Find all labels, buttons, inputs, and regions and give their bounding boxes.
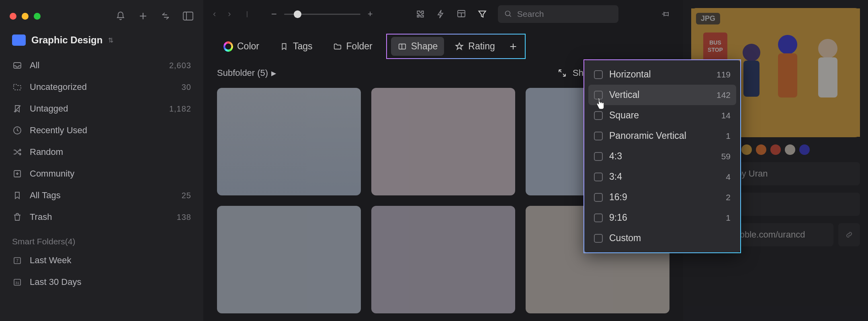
checkbox[interactable] [594,213,603,222]
nav-recent[interactable]: Recently Used [0,120,203,141]
filter-rating[interactable]: Rating [448,37,501,56]
shape-option-9-16[interactable]: 9:16 1 [588,207,736,228]
minimize-button[interactable] [22,13,29,20]
close-button[interactable] [10,13,16,20]
shape-option-panoramic-vertical[interactable]: Panoramic Vertical 1 [588,126,736,146]
thumbnail-item[interactable] [371,88,515,195]
nav-item-count: 1,182 [169,104,191,114]
thumbnail-item[interactable] [217,206,361,313]
nav-untagged[interactable]: Untagged 1,182 [0,98,203,120]
shape-option-label: Square [609,110,639,121]
checkbox[interactable] [594,111,603,120]
filter-tags[interactable]: Tags [273,37,319,56]
nav-item-label: All [30,60,39,71]
sync-icon[interactable] [160,10,171,22]
checkbox[interactable] [594,234,603,243]
sidebar-toggle-icon[interactable] [182,10,194,22]
inbox-icon [12,60,23,71]
format-badge: JPG [696,13,720,24]
add-icon[interactable] [137,10,149,22]
add-filter-icon[interactable] [506,42,521,51]
swatch[interactable] [756,144,766,155]
current-folder-header[interactable]: Graphic Design ⇅ [0,27,203,55]
filter-color[interactable]: Color [217,37,266,56]
chevron-up-down-icon: ⇅ [108,37,113,44]
zoom-slider[interactable]: − + [271,8,373,20]
svg-text:BUS: BUS [709,39,721,46]
nav-trash[interactable]: Trash 138 [0,206,203,228]
extension-icon[interactable] [415,9,426,19]
nav-item-count: 138 [177,213,191,222]
shape-option-16-9[interactable]: 16:9 2 [588,187,736,207]
checkbox[interactable] [594,152,603,161]
nav-item-label: Recently Used [30,125,87,136]
nav-community[interactable]: Community [0,163,203,185]
shape-option-count: 1 [726,213,731,223]
cursor-pointer-icon [595,98,605,110]
swatch[interactable] [799,144,810,155]
checkbox[interactable] [594,70,603,79]
nav-item-count: 2,603 [169,61,191,70]
thumbnail-item[interactable] [371,206,515,313]
swatch[interactable] [741,144,752,155]
search-input[interactable] [517,9,612,19]
layout-icon[interactable] [456,9,467,19]
zoom-out-icon[interactable]: − [271,8,277,20]
shape-option-label: Custom [609,233,641,244]
open-link-button[interactable] [838,223,860,246]
shape-option-count: 2 [726,193,731,202]
star-icon [454,42,464,51]
bookmark-icon [279,42,289,51]
checkbox[interactable] [594,193,603,202]
shape-option-vertical[interactable]: Vertical 142 [588,85,736,105]
subfolder-link[interactable]: Subfolder (5) ▶ [217,68,276,78]
checkbox[interactable] [594,173,603,181]
nav-all-tags[interactable]: All Tags 25 [0,185,203,206]
trash-icon [12,212,23,222]
shape-option-label: 9:16 [609,212,627,223]
chevron-right-icon: ▶ [271,69,276,77]
shape-option-horizontal[interactable]: Horizontal 119 [588,64,736,85]
shape-option-custom[interactable]: Custom [588,228,736,248]
shape-option-count: 142 [717,90,731,100]
slider-thumb[interactable] [294,10,301,18]
shape-option-3-4[interactable]: 3:4 4 [588,167,736,187]
filter-shape[interactable]: Shape [391,37,444,56]
shape-option-square[interactable]: Square 14 [588,105,736,126]
filter-label: Tags [293,41,313,52]
filter-folder[interactable]: Folder [326,37,379,56]
checkbox[interactable] [594,132,603,140]
filter-label: Color [237,41,259,52]
thumbnail-item[interactable] [217,88,361,195]
pin-icon[interactable] [661,9,674,19]
nav-uncategorized[interactable]: Uncategorized 30 [0,76,203,98]
link-icon [844,230,854,240]
maximize-button[interactable] [34,13,41,20]
nav-random[interactable]: Random [0,141,203,163]
expand-icon [557,68,567,78]
smart-last-week[interactable]: 7 Last Week [0,250,203,271]
notifications-icon[interactable] [115,10,126,22]
bolt-icon[interactable] [436,9,446,19]
smart-last-30[interactable]: 31 Last 30 Days [0,271,203,293]
top-toolbar: ‹ › | − + [203,0,683,28]
nav-forward-icon[interactable]: › [228,9,231,19]
color-ring-icon [223,42,233,51]
swatch[interactable] [785,144,795,155]
nav-back-icon[interactable]: ‹ [213,9,216,19]
shape-icon [397,42,407,51]
shape-option-label: 3:4 [609,171,622,182]
sidebar: Graphic Design ⇅ All 2,603 Uncategorized… [0,0,203,321]
zoom-in-icon[interactable]: + [368,9,373,19]
bookmark-slash-icon [12,104,23,114]
search-field[interactable] [498,5,618,23]
slider-track[interactable] [284,14,360,15]
filter-label: Folder [346,41,373,52]
filter-label: Shape [411,41,438,52]
svg-rect-22 [743,61,760,97]
svg-rect-24 [778,53,797,98]
nav-all[interactable]: All 2,603 [0,55,203,76]
filter-icon[interactable] [477,9,487,19]
shape-option-4-3[interactable]: 4:3 59 [588,146,736,167]
swatch[interactable] [770,144,781,155]
